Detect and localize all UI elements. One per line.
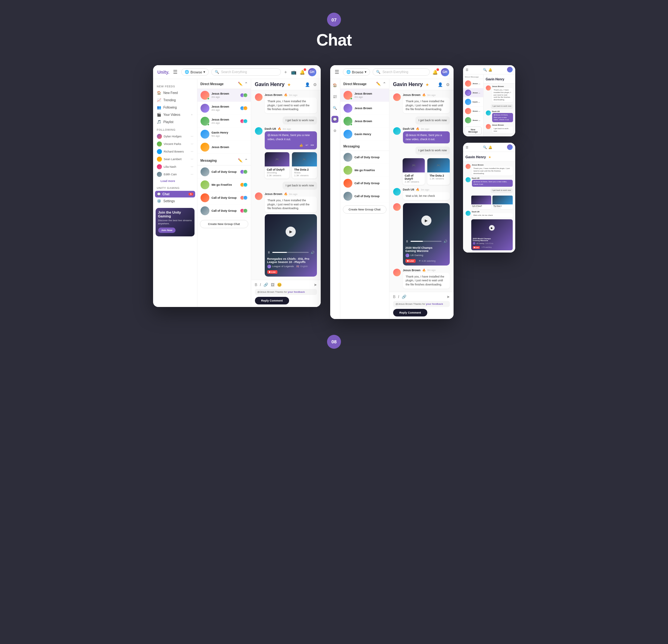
star-icon[interactable]: ★ bbox=[287, 82, 291, 87]
mini-chat-item-a3[interactable]: Gavin Henry bbox=[463, 98, 483, 107]
browse-button[interactable]: 🌐 Browse ▾ bbox=[181, 69, 209, 76]
browse-button-2[interactable]: 🌐 Browse ▾ bbox=[343, 69, 370, 76]
game-card-s2-2[interactable]: 🎮 The Dota 2 1.3K viewers bbox=[427, 158, 450, 185]
video-card[interactable]: ▶ ⏸ 🔊 Renegades vs bbox=[265, 214, 317, 276]
settings-icon-chat[interactable]: ⚙ bbox=[313, 82, 317, 87]
icon-sidebar-chat[interactable]: 💬 bbox=[332, 116, 338, 123]
mini-chat-item-a5[interactable]: Jesus Brown bbox=[463, 116, 483, 125]
mini-avatar-a[interactable] bbox=[507, 67, 513, 73]
more-icon[interactable]: ••• bbox=[310, 143, 314, 148]
sidebar-item-yourvideos[interactable]: 🎬 Your Videos ＋ bbox=[153, 111, 197, 118]
chat-item-s2-cod3[interactable]: Call of Duty Group bbox=[340, 190, 389, 203]
star-icon-2[interactable]: ★ bbox=[425, 82, 429, 87]
follow-lilia[interactable]: Lilia Nash 〰 bbox=[153, 163, 197, 170]
icon-sidebar-settings[interactable]: ⚙ bbox=[332, 127, 338, 134]
bold-icon-2[interactable]: B bbox=[393, 295, 396, 299]
sidebar-item-newfeed[interactable]: 🏠 New Feed bbox=[153, 89, 197, 96]
follow-dylan[interactable]: Dylan Hodges 〰 bbox=[153, 133, 197, 140]
play-button-s2[interactable]: ▶ bbox=[421, 215, 431, 226]
settings-icon-chat-2[interactable]: ⚙ bbox=[446, 82, 450, 87]
sidebar-item-chat[interactable]: 💬 Chat 5 bbox=[155, 191, 195, 197]
create-group-btn[interactable]: Create New Group Chat bbox=[200, 220, 248, 228]
mini-avatar-b[interactable] bbox=[507, 144, 513, 150]
bell-icon-2[interactable]: 🔔 bbox=[432, 70, 438, 75]
game-card-2[interactable]: 🎮 The Dota 2 Moba 1.3K viewers bbox=[292, 152, 317, 179]
video-card-s2[interactable]: ▶ ⏸ 🔊 2020 World C bbox=[403, 203, 450, 266]
mini-game-b2[interactable]: The Dota 2 1.3K viewers bbox=[492, 196, 513, 209]
mini-search-a[interactable]: 🔍 bbox=[483, 68, 487, 72]
tv-icon[interactable]: 📺 bbox=[291, 70, 297, 75]
pause-icon[interactable]: ⏸ bbox=[267, 251, 270, 254]
link-icon-2[interactable]: 🔗 bbox=[402, 295, 407, 299]
follow-vincent[interactable]: Vincent Parks 〰 bbox=[153, 140, 197, 148]
mini-game-b1[interactable]: Call of Duty® 2.3K viewers bbox=[471, 196, 491, 209]
hamburger-icon-2[interactable]: ☰ bbox=[335, 69, 339, 75]
mini-chat-item-a2[interactable]: Jesus Brown bbox=[463, 88, 483, 98]
link-icon[interactable]: 🔗 bbox=[263, 283, 268, 287]
chat-item-s2-cod1[interactable]: Call of Duty Group bbox=[340, 151, 389, 164]
send-icon[interactable]: ➤ bbox=[314, 283, 317, 287]
sidebar-item-trending[interactable]: 📈 Trending bbox=[153, 96, 197, 104]
mini-new-msg-btn[interactable]: New Message bbox=[465, 126, 482, 135]
volume-icon-s2[interactable]: 🔊 bbox=[443, 240, 447, 243]
icon-sidebar-search[interactable]: 🔍 bbox=[332, 104, 338, 111]
chat-item-cod2[interactable]: Call of Duty Group bbox=[197, 192, 251, 205]
chat-item-jesusb2[interactable]: Jesus Brown 2m ago bbox=[197, 102, 251, 115]
chevron-up-icon[interactable]: ⌃ bbox=[244, 81, 248, 86]
reply-icon[interactable]: ↩ bbox=[305, 143, 308, 148]
plus-icon[interactable]: ＋ bbox=[284, 69, 288, 75]
mini-bell-b[interactable]: 🔔 bbox=[488, 146, 492, 149]
edit-icon[interactable]: ✏️ bbox=[238, 81, 243, 86]
chat-item-s2-gavin[interactable]: Gavin Henry bbox=[340, 128, 389, 141]
load-more-btn[interactable]: Load more bbox=[153, 178, 197, 184]
volume-icon[interactable]: 🔊 bbox=[310, 251, 314, 254]
edit-icon-2[interactable]: ✏️ bbox=[238, 158, 243, 163]
thumbs-up-icon[interactable]: 👍 bbox=[299, 143, 303, 148]
chat-item-cod3[interactable]: Call of Duty Group bbox=[197, 205, 251, 218]
game-card-s2-1[interactable]: 🎮 Call of Duty® 2.3K viewers bbox=[403, 158, 425, 185]
mini-search-b[interactable]: 🔍 bbox=[483, 146, 487, 149]
follow-sean[interactable]: Sean Lambert 〰 bbox=[153, 155, 197, 163]
chat-item-jesusb1[interactable]: Jesus Brown 2m ago bbox=[197, 89, 251, 102]
chat-item-gavin[interactable]: Gavin Henry 5m ago bbox=[197, 128, 251, 141]
reply-submit-btn-2[interactable]: Reply Comment bbox=[393, 309, 428, 316]
send-icon-2[interactable]: ➤ bbox=[446, 295, 450, 299]
user-avatar-2[interactable]: GH bbox=[441, 68, 449, 76]
search-bar-2[interactable]: 🔍 Search Everything bbox=[373, 69, 429, 76]
mini-hamburger-b[interactable]: ☰ bbox=[466, 146, 468, 149]
text-italic-icon[interactable]: I bbox=[260, 283, 261, 287]
bell-icon[interactable]: 🔔 bbox=[300, 70, 305, 75]
chat-item-s2-2[interactable]: Jesus Brown bbox=[340, 102, 389, 115]
chat-item-freefire[interactable]: We go FreeFire bbox=[197, 179, 251, 192]
pause-icon-s2[interactable]: ⏸ bbox=[406, 240, 409, 243]
chat-item-s2-cod2[interactable]: Call of Duty Group bbox=[340, 177, 389, 190]
sidebar-item-settings[interactable]: ⚙️ Settings bbox=[153, 197, 197, 205]
mini-chat-item-a4[interactable]: Jesus Brown bbox=[463, 107, 483, 116]
follow-edith[interactable]: Edith Cain 〰 bbox=[153, 170, 197, 178]
mini-hamburger-a[interactable]: ☰ bbox=[466, 68, 468, 72]
quoted-link[interactable]: your feedback bbox=[288, 290, 305, 293]
chat-item-s2-3[interactable]: Jesus Brown bbox=[340, 115, 389, 128]
promo-join-btn[interactable]: Join Now bbox=[158, 227, 176, 233]
create-group-btn-2[interactable]: Create New Group Chat bbox=[343, 205, 386, 214]
edit-icon-3[interactable]: ✏️ bbox=[376, 81, 381, 86]
user-icon-2[interactable]: 👤 bbox=[438, 82, 443, 87]
chat-item-s2-freefire[interactable]: We go FreeFire bbox=[340, 164, 389, 177]
user-icon[interactable]: 👤 bbox=[305, 82, 310, 87]
video-progress-bar[interactable] bbox=[272, 252, 309, 253]
mini-bell-a[interactable]: 🔔 bbox=[488, 68, 492, 72]
sidebar-item-following[interactable]: 👥 Following bbox=[153, 104, 197, 111]
search-bar[interactable]: 🔍 Search Everything bbox=[211, 69, 280, 76]
icon-sidebar-home[interactable]: 🏠 bbox=[332, 81, 338, 89]
chevron-up-icon-2[interactable]: ⌃ bbox=[244, 158, 248, 163]
chat-item-cod1[interactable]: Call of Duty Group bbox=[197, 165, 251, 179]
icon-sidebar-feed[interactable]: 📰 bbox=[332, 93, 338, 100]
quoted-link-2[interactable]: your feedback bbox=[426, 302, 443, 305]
image-icon[interactable]: 🖼 bbox=[271, 283, 275, 287]
mini-video-b[interactable]: ▶ 2020 World ChampsGaming Warzone U8 Gam… bbox=[471, 219, 513, 250]
mini-play-btn-b[interactable]: ▶ bbox=[489, 225, 495, 231]
chat-item-s2-1[interactable]: Jesus Brown 2m ago bbox=[340, 89, 389, 102]
emoji-icon[interactable]: 😊 bbox=[277, 283, 282, 287]
chat-item-jesusb3[interactable]: Jesus Brown 2m ago bbox=[197, 115, 251, 128]
reply-submit-btn[interactable]: Reply Comment bbox=[255, 297, 289, 304]
